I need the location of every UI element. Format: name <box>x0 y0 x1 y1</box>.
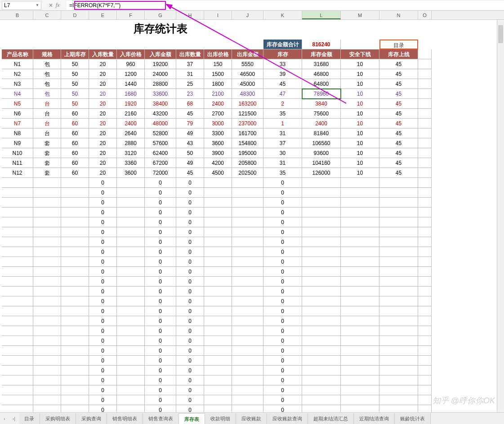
data-cell[interactable]: 4500 <box>204 168 232 178</box>
empty-cell[interactable] <box>379 336 418 346</box>
empty-cell[interactable] <box>61 247 89 257</box>
data-cell[interactable]: 45 <box>379 99 418 109</box>
empty-cell[interactable] <box>204 336 232 346</box>
data-cell[interactable]: 93600 <box>302 148 341 158</box>
empty-cell[interactable] <box>33 316 61 326</box>
empty-cell[interactable]: 0 <box>176 375 204 385</box>
empty-cell[interactable] <box>204 267 232 277</box>
empty-cell[interactable] <box>232 208 263 217</box>
empty-cell[interactable]: 0 <box>176 336 204 346</box>
empty-cell[interactable]: 0 <box>263 346 302 356</box>
empty-cell[interactable] <box>302 375 341 385</box>
empty-cell[interactable] <box>341 326 379 336</box>
table-header[interactable]: 入库金额 <box>145 49 176 59</box>
empty-cell[interactable]: 0 <box>89 267 117 277</box>
data-cell[interactable]: 套 <box>33 168 61 178</box>
blank[interactable] <box>61 40 89 49</box>
empty-cell[interactable] <box>341 227 379 237</box>
data-cell[interactable]: 31 <box>263 128 302 138</box>
col-header-I[interactable]: I <box>204 11 232 19</box>
data-cell[interactable]: 31 <box>176 69 204 79</box>
empty-cell[interactable] <box>341 316 379 326</box>
empty-cell[interactable]: 0 <box>176 257 204 267</box>
empty-cell[interactable]: 0 <box>145 188 176 198</box>
col-header-F[interactable]: F <box>117 11 145 19</box>
empty-cell[interactable] <box>33 346 61 356</box>
data-cell[interactable]: 45000 <box>232 79 263 89</box>
empty-cell[interactable] <box>61 267 89 277</box>
empty-cell[interactable] <box>341 217 379 227</box>
data-cell[interactable]: 68 <box>176 99 204 109</box>
empty-cell[interactable]: 0 <box>89 306 117 316</box>
empty-cell[interactable]: 0 <box>263 208 302 217</box>
empty-cell[interactable] <box>204 385 232 395</box>
empty-cell[interactable]: 0 <box>145 198 176 208</box>
data-cell[interactable]: N3 <box>2 79 33 89</box>
data-cell[interactable]: 2880 <box>117 138 145 148</box>
data-cell[interactable]: 套 <box>33 148 61 158</box>
empty-cell[interactable] <box>379 346 418 356</box>
empty-cell[interactable] <box>232 375 263 385</box>
empty-cell[interactable] <box>2 366 33 375</box>
table-header[interactable]: 上期库存 <box>61 49 89 59</box>
empty-cell[interactable] <box>61 385 89 395</box>
data-cell[interactable]: 46800 <box>302 69 341 79</box>
empty-cell[interactable] <box>379 306 418 316</box>
data-cell[interactable]: 20 <box>89 79 117 89</box>
col-header-G[interactable]: G <box>145 11 176 19</box>
data-cell[interactable]: 39 <box>263 69 302 79</box>
data-cell[interactable]: 1200 <box>117 69 145 79</box>
table-header[interactable]: 规格 <box>33 49 61 59</box>
data-cell[interactable]: 20 <box>89 119 117 128</box>
data-cell[interactable]: 163200 <box>232 99 263 109</box>
empty-cell[interactable] <box>2 336 33 346</box>
empty-cell[interactable]: 0 <box>176 227 204 237</box>
empty-cell[interactable]: 0 <box>89 188 117 198</box>
empty-cell[interactable] <box>341 366 379 375</box>
empty-cell[interactable] <box>33 257 61 267</box>
empty-cell[interactable] <box>33 217 61 227</box>
empty-cell[interactable] <box>117 217 145 227</box>
empty-cell[interactable] <box>232 296 263 306</box>
empty-cell[interactable] <box>341 296 379 306</box>
summary-value[interactable]: 816240 <box>302 40 341 49</box>
empty-cell[interactable]: 0 <box>176 316 204 326</box>
data-cell[interactable]: N4 <box>2 89 33 99</box>
empty-cell[interactable] <box>117 395 145 405</box>
data-cell[interactable]: 37 <box>263 138 302 148</box>
empty-cell[interactable] <box>204 395 232 405</box>
data-cell[interactable]: 50 <box>61 59 89 69</box>
col-header-O[interactable]: O <box>418 11 432 19</box>
empty-cell[interactable] <box>2 217 33 227</box>
empty-cell[interactable] <box>302 247 341 257</box>
empty-cell[interactable] <box>33 306 61 316</box>
data-cell[interactable]: 45 <box>379 128 418 138</box>
empty-cell[interactable] <box>204 346 232 356</box>
data-cell[interactable]: 10 <box>341 119 379 128</box>
empty-cell[interactable] <box>204 227 232 237</box>
table-header[interactable]: 库存 <box>263 49 302 59</box>
empty-cell[interactable]: 0 <box>176 366 204 375</box>
blank[interactable] <box>232 40 263 49</box>
data-cell[interactable]: 台 <box>33 119 61 128</box>
empty-cell[interactable] <box>2 287 33 296</box>
empty-cell[interactable] <box>379 247 418 257</box>
data-cell[interactable]: 75600 <box>302 109 341 119</box>
empty-cell[interactable] <box>232 267 263 277</box>
col-header-N[interactable]: N <box>379 11 418 19</box>
empty-cell[interactable] <box>61 198 89 208</box>
blank[interactable] <box>117 40 145 49</box>
data-cell[interactable]: 50 <box>61 89 89 99</box>
empty-cell[interactable] <box>341 277 379 287</box>
empty-cell[interactable] <box>232 336 263 346</box>
empty-cell[interactable] <box>61 306 89 316</box>
empty-cell[interactable] <box>117 247 145 257</box>
data-cell[interactable]: 20 <box>89 59 117 69</box>
empty-cell[interactable]: 0 <box>145 237 176 247</box>
empty-cell[interactable] <box>341 287 379 296</box>
empty-cell[interactable]: 0 <box>145 178 176 188</box>
col-header-J[interactable]: J <box>232 11 263 19</box>
cancel-icon[interactable]: ✕ <box>49 2 53 9</box>
data-cell[interactable]: 20 <box>89 168 117 178</box>
data-cell[interactable]: 10 <box>341 59 379 69</box>
